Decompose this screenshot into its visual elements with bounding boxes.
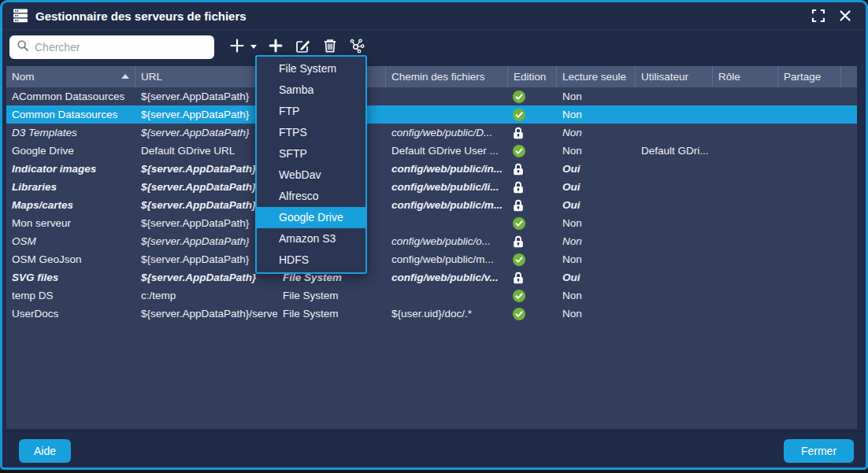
dropdown-item[interactable]: Samba (257, 79, 365, 101)
cell-nom: SVG files (6, 268, 135, 286)
cell-filler (841, 286, 857, 305)
caret-down-icon (250, 45, 257, 49)
maximize-button[interactable] (808, 6, 829, 25)
cell-nom: Maps/cartes (6, 196, 135, 214)
help-button[interactable]: Aide (19, 439, 71, 463)
close-icon[interactable] (835, 6, 855, 25)
table-row[interactable]: temp DSc:/tempFile SystemNon (6, 286, 857, 305)
title-bar: Gestionnaire des serveurs de fichiers (2, 2, 866, 30)
column-header-nom[interactable]: Nom (6, 66, 135, 87)
cell-filler (841, 160, 857, 178)
table-row[interactable]: Libraries${server.AppDataPath}config/web… (6, 178, 857, 196)
cell-lecture: Non (557, 142, 636, 160)
search-input[interactable] (35, 41, 207, 54)
cell-chemin: config/web/public/o... (386, 232, 508, 250)
lock-icon (508, 232, 557, 250)
cell-filler (841, 196, 857, 214)
cell-role (713, 160, 778, 178)
cell-type: File System (277, 305, 386, 323)
lock-icon (508, 178, 557, 196)
cell-role (713, 87, 778, 105)
cell-utilisateur (636, 160, 713, 178)
cell-nom: D3 Templates (6, 124, 135, 142)
cell-chemin: config/web/public/D... (386, 124, 508, 142)
cell-role (713, 214, 778, 232)
table-row[interactable]: ACommon Datasources${server.AppDataPath}… (6, 87, 857, 105)
dropdown-item[interactable]: File System (257, 58, 365, 79)
cell-nom: ACommon Datasources (6, 87, 135, 105)
cell-filler (841, 142, 857, 160)
lock-icon (508, 196, 557, 214)
table-row[interactable]: SVG files${server.AppDataPath}File Syste… (6, 268, 857, 286)
column-label: Rôle (718, 71, 740, 83)
cell-filler (841, 87, 857, 105)
cell-lecture: Non (557, 124, 636, 142)
column-header-edition[interactable]: Edition (508, 66, 557, 87)
cell-role (713, 232, 778, 250)
cell-utilisateur: Default GDri... (636, 142, 713, 160)
check-icon (508, 87, 557, 105)
cell-partage (778, 87, 841, 105)
table-row[interactable]: Google DriveDefault GDrive URLDefault GD… (6, 142, 857, 160)
cell-chemin: config/web/public/li... (386, 178, 508, 196)
cell-role (713, 305, 778, 323)
cell-partage (778, 214, 841, 232)
cell-url: c:/temp (135, 286, 277, 305)
dropdown-item[interactable]: HDFS (257, 249, 365, 271)
cell-url: ${server.AppDataPath}/server (135, 305, 277, 323)
page-title: Gestionnaire des serveurs de fichiers (35, 9, 808, 23)
column-header-lecture[interactable]: Lecture seule (557, 66, 636, 87)
table-row[interactable]: OSM${server.AppDataPath}config/web/publi… (6, 232, 857, 250)
cell-utilisateur (636, 268, 713, 286)
trash-icon (322, 38, 338, 56)
table-row[interactable]: D3 Templates${server.AppDataPath}config/… (6, 124, 857, 142)
cell-role (713, 178, 778, 196)
table-row[interactable]: Common Datasources${server.AppDataPath}N… (6, 105, 857, 124)
column-header-partage[interactable]: Partage (778, 66, 841, 87)
cell-role (713, 124, 778, 142)
cell-utilisateur (636, 87, 713, 105)
cell-filler (841, 178, 857, 196)
cell-chemin: config/web/public/m... (386, 250, 508, 268)
table-row[interactable]: Mon serveur${server.AppDataPath}Non (6, 214, 857, 232)
cell-partage (778, 105, 841, 124)
column-label: Utilisateur (641, 71, 688, 83)
check-icon (508, 142, 557, 160)
cell-partage (778, 250, 841, 268)
close-dialog-button[interactable]: Fermer (784, 439, 854, 463)
cell-role (713, 286, 778, 305)
dropdown-item[interactable]: FTPS (257, 122, 365, 143)
column-label: Edition (514, 71, 546, 83)
cell-lecture: Oui (557, 268, 636, 286)
cell-partage (778, 124, 841, 142)
check-icon (508, 305, 557, 323)
dropdown-item[interactable]: WebDav (257, 164, 365, 186)
table-row[interactable]: UserDocs${server.AppDataPath}/serverFile… (6, 305, 857, 323)
table-row[interactable]: Maps/cartes${server.AppDataPath}config/w… (6, 196, 857, 214)
table-row[interactable]: OSM GeoJson${server.AppDataPath}config/w… (6, 250, 857, 268)
column-header-role[interactable]: Rôle (713, 66, 778, 87)
column-label: URL (141, 71, 162, 83)
cell-lecture: Oui (557, 160, 636, 178)
dropdown-item[interactable]: Amazon S3 (257, 228, 365, 249)
plus-icon (268, 38, 284, 56)
dropdown-item[interactable]: Google Drive (257, 207, 365, 228)
cell-lecture: Non (557, 232, 636, 250)
cell-utilisateur (636, 196, 713, 214)
column-header-utilisateur[interactable]: Utilisateur (636, 66, 713, 87)
dropdown-item[interactable]: Alfresco (257, 186, 365, 207)
toolbar (2, 30, 866, 64)
cell-nom: Google Drive (6, 142, 135, 160)
dropdown-item[interactable]: FTP (257, 101, 365, 122)
cell-utilisateur (636, 105, 713, 124)
dropdown-item[interactable]: SFTP (257, 143, 365, 164)
cell-lecture: Oui (557, 196, 636, 214)
cell-lecture: Non (557, 250, 636, 268)
column-header-chemin[interactable]: Chemin des fichiers (386, 66, 508, 87)
cell-chemin (386, 286, 508, 305)
column-label: Lecture seule (562, 71, 626, 83)
table-row[interactable]: Indicator images${server.AppDataPath}con… (6, 160, 857, 178)
server-stack-icon (13, 8, 28, 24)
file-server-manager-dialog: Gestionnaire des serveurs de fichiers (0, 0, 868, 470)
cell-partage (778, 178, 841, 196)
